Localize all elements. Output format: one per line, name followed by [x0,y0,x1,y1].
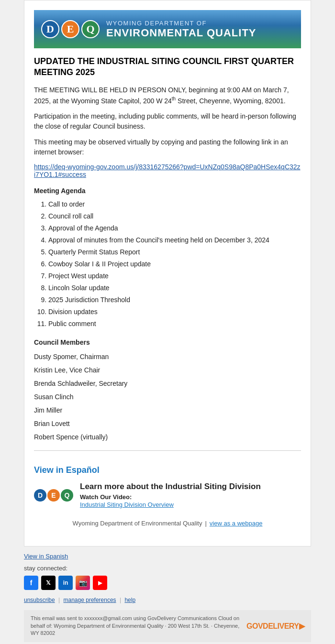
youtube-icon[interactable]: ▶ [93,576,107,590]
agenda-item-2: Council roll call [48,211,301,221]
agenda-item-6: Cowboy Solar I & II Project update [48,259,301,269]
dept-main: ENVIRONMENTAL QUALITY [106,27,257,39]
logo-area: D E Q WYOMING DEPARTMENT OF ENVIRONMENTA… [41,20,257,39]
council-section: Council Members Dusty Spomer, Chairman K… [34,338,301,441]
agenda-item-3: Approval of the Agenda [48,223,301,233]
agenda-item-10: Division updates [48,307,301,317]
deq-small-d: D [34,489,46,502]
header-text: WYOMING DEPARTMENT OF ENVIRONMENTAL QUAL… [106,20,257,39]
council-heading: Council Members [34,338,301,346]
council-member-6: Brian Lovett [34,420,301,427]
footer-links: unsubscribe | manage preferences | help [24,597,311,603]
manage-prefs-link[interactable]: manage preferences [64,597,116,603]
govdelivery-logo: GOVDELIVERY▶ [246,622,304,631]
council-member-4: Susan Clinch [34,393,301,401]
agenda-heading: Meeting Agenda [34,187,301,195]
agenda-item-4: Approval of minutes from the Council's m… [48,235,301,245]
view-spanish-link[interactable]: View in Spanish [24,553,68,560]
agenda-item-11: Public comment [48,319,301,329]
learn-more-row: D E Q Learn more about the Industrial Si… [34,482,301,508]
council-member-7: Robert Spence (virtually) [34,433,301,441]
unsubscribe-link[interactable]: unsubscribe [24,597,55,603]
learn-more-text: Learn more about the Industrial Siting D… [80,482,261,508]
header-banner: D E Q WYOMING DEPARTMENT OF ENVIRONMENTA… [34,10,301,48]
council-member-1: Dusty Spomer, Chairman [34,353,301,360]
logo-e: E [61,20,79,38]
linkedin-icon[interactable]: in [58,576,73,590]
view-webpage-link[interactable]: view as a webpage [210,520,263,527]
email-wrapper: D E Q WYOMING DEPARTMENT OF ENVIRONMENTA… [0,0,335,644]
video-link[interactable]: Industrial Siting Division Overview [80,501,174,508]
page-title: UPDATED THE INDUSTRIAL SITING COUNCIL FI… [34,56,301,78]
social-icons: f 𝕏 in 📷 ▶ [24,576,311,590]
govdelivery-bar: This email was sent to xxxxxxx@gmail.com… [24,610,311,642]
espanol-link[interactable]: View in Español [34,465,301,475]
learn-more-heading: Learn more about the Industrial Siting D… [80,482,261,491]
below-card: View in Spanish stay connected: f 𝕏 in 📷… [0,546,335,644]
help-link[interactable]: help [124,597,135,603]
zoom-link[interactable]: https://deq-wyoming-gov.zoom.us/j/833162… [34,163,301,178]
participation-para: Participation in the meeting, including … [34,111,301,131]
agenda-item-1: Call to order [48,199,301,209]
council-member-2: Kristin Lee, Vice Chair [34,366,301,374]
agenda-item-5: Quarterly Permit Status Report [48,247,301,257]
logo-letters: D E Q [41,20,100,38]
agenda-item-7: Project West update [48,271,301,281]
footer-separator: | [205,520,206,527]
bottom-footer: Wyoming Department of Environmental Qual… [34,515,301,532]
footer-section: View in Español D E Q Learn more about t… [34,460,301,536]
stay-connected-label: stay connected: [24,565,311,572]
govdelivery-text: This email was sent to xxxxxxx@gmail.com… [31,615,246,637]
dept-name: WYOMING DEPARTMENT OF [106,20,257,27]
deq-logo-small: D E Q [34,489,73,502]
deq-small-e: E [47,489,60,502]
deq-small-q: Q [61,489,73,502]
agenda-item-9: 2025 Jurisdiction Threshold [48,295,301,305]
agenda-list: Call to order Council roll call Approval… [48,199,301,329]
instagram-icon[interactable]: 📷 [76,576,90,590]
agenda-item-8: Lincoln Solar update [48,283,301,293]
facebook-icon[interactable]: f [24,576,38,590]
footer-org: Wyoming Department of Environmental Qual… [73,520,202,527]
council-member-3: Brenda Schladweiler, Secretary [34,380,301,387]
agenda-section: Meeting Agenda Call to order Council rol… [34,187,301,329]
logo-d: D [41,20,59,38]
virtual-para: This meeting may be observed virtually b… [34,137,301,157]
main-content: D E Q WYOMING DEPARTMENT OF ENVIRONMENTA… [24,0,311,546]
twitter-icon[interactable]: 𝕏 [41,576,56,590]
watch-label: Watch Our Video: [80,493,261,501]
footer-link-sep2: | [120,597,123,603]
council-member-5: Jim Miller [34,406,301,414]
meeting-details-para: THE MEETING WILL BE HELD IN PERSON ONLY,… [34,85,301,106]
logo-q: Q [81,20,100,38]
divider [34,450,301,451]
footer-link-sep1: | [58,597,61,603]
